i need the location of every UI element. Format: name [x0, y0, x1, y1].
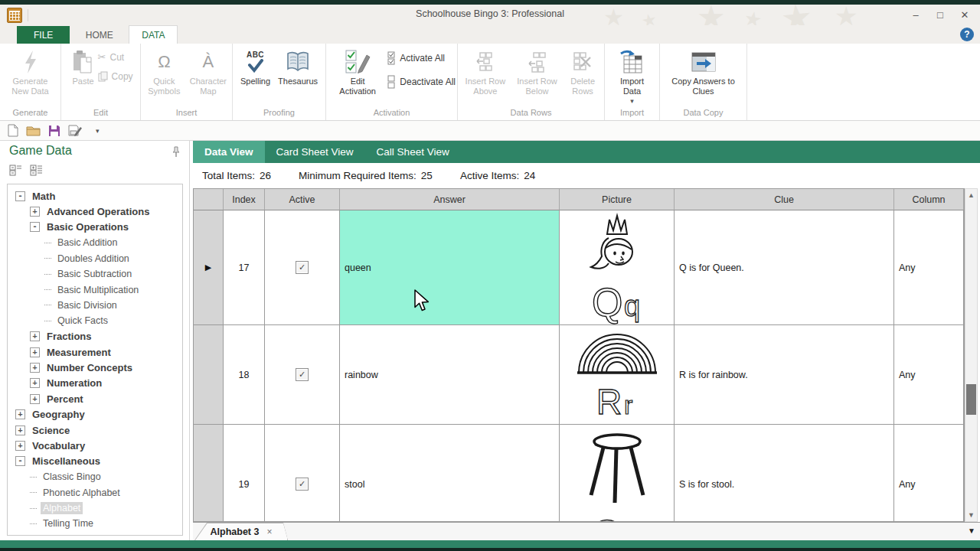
cut-button[interactable]: ✂ Cut [98, 51, 133, 63]
scroll-up-icon[interactable]: ▲ [968, 189, 975, 201]
column-cell[interactable]: Any [894, 325, 964, 425]
picture-cell[interactable]: S s [560, 425, 675, 522]
tree-item-vocabulary[interactable]: +Vocabulary [8, 438, 182, 453]
character-map-button[interactable]: À Character Map [186, 46, 230, 107]
picture-cell[interactable]: Q q [560, 210, 675, 325]
column-header-index[interactable]: Index [224, 189, 265, 210]
column-cell[interactable]: Any [894, 425, 964, 522]
active-cell[interactable]: ✓ [265, 210, 340, 325]
pin-icon[interactable] [172, 146, 180, 158]
tree-item-geography[interactable]: +Geography [8, 406, 182, 422]
delete-rows-button[interactable]: Delete Rows [563, 46, 603, 107]
active-cell[interactable]: ✓ [265, 425, 340, 522]
checked-checkbox[interactable]: ✓ [296, 261, 309, 274]
tree-item-miscellaneous[interactable]: -Miscellaneous [8, 454, 182, 469]
tree-item-number-concepts[interactable]: +Number Concepts [8, 360, 182, 375]
tree-item-quick-facts[interactable]: Quick Facts [8, 313, 182, 328]
picture-cell[interactable]: R r [560, 325, 675, 425]
document-tab[interactable]: Alphabet 3 × [194, 523, 288, 540]
minimize-button[interactable]: – [905, 7, 926, 22]
tree-item-math[interactable]: -Math [8, 188, 182, 204]
insert-row-above-button[interactable]: Insert Row Above [459, 46, 511, 107]
index-cell[interactable]: 19 [224, 425, 265, 522]
expand-icon[interactable]: + [30, 207, 40, 217]
tree-item-basic-subtraction[interactable]: Basic Subtraction [8, 266, 182, 282]
save-icon[interactable] [48, 125, 60, 137]
expand-icon[interactable]: + [15, 441, 25, 451]
answer-cell[interactable]: rainbow [340, 325, 560, 425]
open-folder-icon[interactable] [26, 125, 41, 136]
tab-data[interactable]: DATA [129, 25, 178, 44]
activate-all-button[interactable]: Activate All [387, 51, 456, 65]
tree-item-basic-operations[interactable]: -Basic Operations [8, 220, 182, 235]
close-tab-icon[interactable]: × [266, 527, 272, 537]
tree-item-telling-time[interactable]: Telling Time [8, 516, 182, 531]
column-header-active[interactable]: Active [265, 189, 340, 210]
tab-home[interactable]: HOME [74, 26, 126, 44]
import-data-button[interactable]: Import Data ▾ [606, 46, 658, 107]
active-cell[interactable]: ✓ [265, 325, 340, 425]
checked-checkbox[interactable]: ✓ [296, 478, 309, 491]
scroll-down-icon[interactable]: ▼ [968, 509, 975, 521]
expand-icon[interactable]: + [15, 425, 25, 435]
checked-checkbox[interactable]: ✓ [296, 368, 309, 381]
save-as-icon[interactable] [68, 125, 82, 137]
tree-item-science[interactable]: +Science [8, 422, 182, 438]
tab-call-sheet-view[interactable]: Call Sheet View [365, 141, 461, 163]
clue-cell[interactable]: S is for stool. [675, 425, 894, 522]
vertical-scrollbar[interactable]: ▲ ▼ [965, 188, 978, 522]
paste-button[interactable]: Paste [68, 46, 97, 107]
help-icon[interactable]: ? [960, 28, 974, 41]
collapse-icon[interactable]: - [30, 222, 40, 232]
thesaurus-button[interactable]: Thesaurus [274, 46, 322, 107]
spelling-button[interactable]: ABC Spelling [237, 46, 274, 107]
tab-card-sheet-view[interactable]: Card Sheet View [265, 141, 365, 163]
tab-file[interactable]: FILE [17, 26, 70, 44]
answer-cell[interactable]: stool [340, 425, 560, 522]
close-button[interactable]: ✕ [954, 7, 975, 22]
column-header-column[interactable]: Column [894, 189, 964, 210]
row-selector[interactable] [194, 425, 224, 522]
column-header-clue[interactable]: Clue [675, 189, 894, 210]
tree-item-basic-addition[interactable]: Basic Addition [8, 235, 182, 250]
tree-item-numeration[interactable]: +Numeration [8, 376, 182, 391]
collapse-all-icon[interactable] [9, 165, 22, 176]
collapse-icon[interactable]: - [15, 191, 25, 201]
answer-cell-selected[interactable]: queen [340, 210, 560, 325]
tree-item-doubles-addition[interactable]: Doubles Addition [8, 251, 182, 266]
expand-icon[interactable]: + [30, 331, 40, 341]
row-selector[interactable] [194, 325, 224, 425]
column-header-answer[interactable]: Answer [340, 189, 560, 210]
insert-row-below-button[interactable]: Insert Row Below [511, 46, 563, 107]
tree-item-alphabet[interactable]: Alphabet [8, 500, 182, 516]
tree-item-basic-multiplication[interactable]: Basic Multiplication [8, 282, 182, 297]
expand-icon[interactable]: + [30, 347, 40, 357]
index-cell[interactable]: 17 [224, 210, 265, 325]
quick-symbols-button[interactable]: Ω Quick Symbols [142, 46, 186, 107]
scrollbar-thumb[interactable] [966, 384, 976, 415]
collapse-icon[interactable]: - [15, 456, 25, 466]
tree-item-basic-division[interactable]: Basic Division [8, 298, 182, 313]
tree-item-classic-bingo[interactable]: Classic Bingo [8, 469, 182, 484]
row-selector[interactable]: ▶ [194, 210, 224, 325]
maximize-button[interactable]: □ [929, 7, 951, 22]
clue-cell[interactable]: R is for rainbow. [675, 325, 894, 425]
copy-button[interactable]: Copy [98, 71, 133, 82]
clue-cell[interactable]: Q is for Queen. [675, 210, 894, 325]
expand-icon[interactable]: + [30, 378, 40, 388]
new-document-icon[interactable] [8, 124, 18, 137]
expand-icon[interactable]: + [15, 409, 25, 419]
tree-item-measurement[interactable]: +Measurement [8, 344, 182, 360]
index-cell[interactable]: 18 [224, 325, 265, 425]
tab-data-view[interactable]: Data View [193, 141, 265, 163]
column-header-picture[interactable]: Picture [560, 189, 675, 210]
tree-item-percent[interactable]: +Percent [8, 391, 182, 406]
expand-icon[interactable]: + [30, 363, 40, 373]
expand-all-icon[interactable] [30, 165, 43, 176]
qat-dropdown-icon[interactable]: ▾ [96, 127, 100, 135]
deactivate-all-button[interactable]: Deactivate All [387, 75, 456, 89]
edit-activation-button[interactable]: Edit Activation [328, 46, 387, 107]
tree-item-phonetic-alphabet[interactable]: Phonetic Alphabet [8, 484, 182, 500]
tree-item-advanced-operations[interactable]: +Advanced Operations [8, 204, 182, 219]
copy-answers-to-clues-button[interactable]: Copy Answers to Clues [662, 46, 745, 107]
